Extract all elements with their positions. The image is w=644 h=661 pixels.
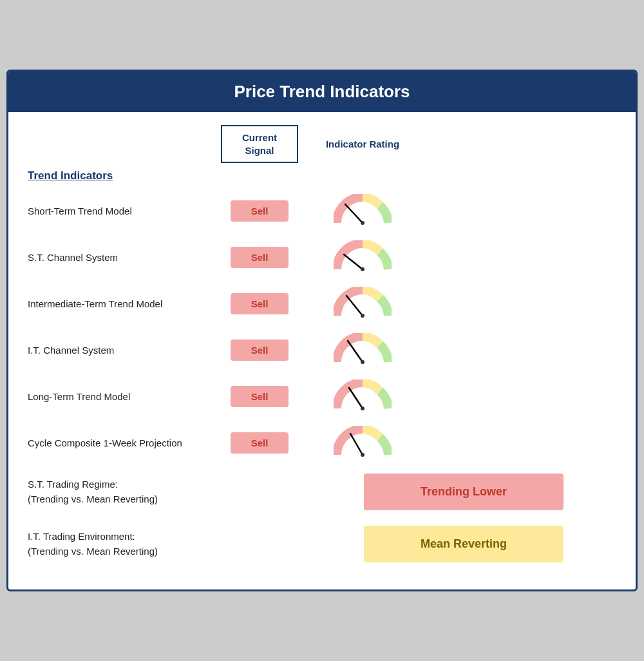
svg-point-5 bbox=[361, 314, 365, 318]
svg-point-3 bbox=[361, 267, 365, 271]
row-signal: Sell bbox=[208, 200, 311, 222]
svg-point-11 bbox=[361, 453, 365, 457]
svg-point-1 bbox=[361, 221, 365, 225]
gauge-svg bbox=[334, 379, 392, 413]
gauge-svg bbox=[334, 287, 392, 320]
sell-badge: Sell bbox=[231, 293, 289, 314]
indicator-rating-header: Indicator Rating bbox=[311, 138, 414, 151]
card-title: Price Trend Indicators bbox=[8, 72, 636, 112]
row-signal: Sell bbox=[208, 386, 311, 407]
table-row-trending: S.T. Trading Regime:(Trending vs. Mean R… bbox=[28, 466, 616, 518]
svg-line-8 bbox=[349, 388, 363, 408]
table-row: Short-Term Trend Model Sell bbox=[28, 187, 616, 234]
sell-badge: Sell bbox=[231, 340, 289, 361]
it-trading-environment-label: I.T. Trading Environment:(Trending vs. M… bbox=[28, 530, 208, 559]
row-gauge bbox=[311, 194, 414, 227]
svg-point-7 bbox=[361, 360, 365, 364]
row-gauge bbox=[311, 426, 414, 459]
table-row: Intermediate-Term Trend Model Sell bbox=[28, 280, 616, 327]
table-row-mean-reverting: I.T. Trading Environment:(Trending vs. M… bbox=[28, 518, 616, 570]
price-trend-indicators-card: Price Trend Indicators CurrentSignal Ind… bbox=[6, 70, 638, 591]
svg-line-6 bbox=[348, 341, 363, 362]
gauge-svg bbox=[334, 333, 392, 367]
table-row: Long-Term Trend Model Sell bbox=[28, 373, 616, 419]
svg-line-0 bbox=[345, 204, 363, 223]
card-body: CurrentSignal Indicator Rating Trend Ind… bbox=[8, 112, 636, 589]
row-label: Intermediate-Term Trend Model bbox=[28, 297, 208, 311]
row-gauge bbox=[311, 379, 414, 413]
row-label: Short-Term Trend Model bbox=[28, 204, 208, 218]
mean-reverting-badge: Mean Reverting bbox=[364, 526, 564, 562]
indicator-rating-header-label: Indicator Rating bbox=[314, 138, 411, 151]
sell-badge: Sell bbox=[231, 432, 289, 454]
gauge-svg bbox=[334, 426, 392, 459]
row-label: I.T. Channel System bbox=[28, 343, 208, 357]
svg-point-9 bbox=[361, 407, 365, 410]
header-row: CurrentSignal Indicator Rating bbox=[28, 125, 616, 163]
gauge-svg bbox=[334, 240, 392, 274]
table-row: S.T. Channel System Sell bbox=[28, 234, 616, 280]
svg-line-2 bbox=[344, 254, 363, 269]
row-gauge bbox=[311, 333, 414, 367]
row-label: Long-Term Trend Model bbox=[28, 390, 208, 403]
row-signal: Sell bbox=[208, 432, 311, 454]
row-gauge bbox=[311, 287, 414, 320]
row-label: Cycle Composite 1-Week Projection bbox=[28, 436, 208, 450]
trend-indicators-section-title: Trend Indicators bbox=[28, 169, 616, 182]
table-row: Cycle Composite 1-Week Projection Sell bbox=[28, 419, 616, 466]
mean-reverting-badge-container: Mean Reverting bbox=[311, 526, 616, 562]
row-gauge bbox=[311, 240, 414, 274]
row-signal: Sell bbox=[208, 340, 311, 361]
gauge-svg bbox=[334, 194, 392, 227]
row-label: S.T. Channel System bbox=[28, 251, 208, 264]
st-trading-regime-label: S.T. Trading Regime:(Trending vs. Mean R… bbox=[28, 477, 208, 506]
current-signal-header: CurrentSignal bbox=[208, 125, 311, 163]
sell-badge: Sell bbox=[231, 247, 289, 268]
svg-line-10 bbox=[350, 434, 363, 455]
trending-lower-badge-container: Trending Lower bbox=[311, 474, 616, 510]
sell-badge: Sell bbox=[231, 200, 289, 222]
current-signal-header-box: CurrentSignal bbox=[221, 125, 298, 163]
trending-lower-badge: Trending Lower bbox=[364, 474, 564, 510]
svg-line-4 bbox=[346, 296, 363, 316]
row-signal: Sell bbox=[208, 247, 311, 268]
table-row: I.T. Channel System Sell bbox=[28, 327, 616, 373]
sell-badge: Sell bbox=[231, 386, 289, 407]
row-signal: Sell bbox=[208, 293, 311, 314]
